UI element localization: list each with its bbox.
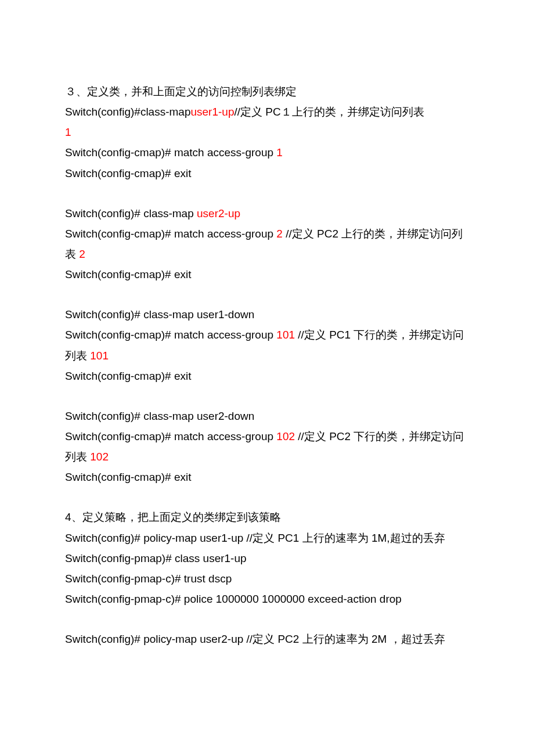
arg-101: 101 — [276, 329, 295, 341]
arg-user2-up: user2-up — [197, 207, 240, 219]
cmd-text: Switch(config-cmap)# match access-group — [65, 228, 276, 240]
cmd-police-1m: Switch(config-pmap-c)# police 1000000 10… — [65, 589, 469, 609]
section-4-block-2: Switch(config)# policy-map user2-up //定义… — [65, 629, 469, 649]
cmd-exit: Switch(config-cmap)# exit — [65, 366, 469, 386]
cmd-exit: Switch(config-cmap)# exit — [65, 264, 469, 285]
arg-list-102: 102 — [90, 451, 109, 463]
cmd-policymap-user1up: Switch(config)# policy-map user1-up //定义… — [65, 528, 469, 548]
cmd-text: Switch(config)# class-map — [65, 207, 197, 219]
section-3-block-4: Switch(config)# class-map user2-down Swi… — [65, 406, 469, 488]
cmd-match-ag-101: Switch(config-cmap)# match access-group … — [65, 325, 469, 365]
section3-title: ３、定义类，并和上面定义的访问控制列表绑定 — [65, 81, 469, 102]
cmd-classmap-user2down: Switch(config)# class-map user2-down — [65, 406, 469, 426]
cmd-classmap-user2up: Switch(config)# class-map user2-up — [65, 203, 469, 224]
cmd-classmap-user1up: Switch(config)#class-mapuser1-up//定义 PC１… — [65, 102, 469, 122]
cmd-text: Switch(config-cmap)# match access-group — [65, 329, 276, 341]
cmd-text: Switch(config-cmap)# match access-group — [65, 146, 276, 159]
arg-102: 102 — [276, 430, 295, 442]
cmd-trust-dscp: Switch(config-pmap-c)# trust dscp — [65, 568, 469, 589]
arg-user1-up: user1-up — [190, 106, 234, 118]
section-3-block-1: ３、定义类，并和上面定义的访问控制列表绑定 Switch(config)#cla… — [65, 81, 469, 183]
arg-1: 1 — [276, 146, 283, 159]
cmd-text: Switch(config-cmap)# match access-group — [65, 430, 276, 442]
comment-text: //定义 PC１上行的类，并绑定访问列表 — [234, 106, 424, 118]
section4-title: 4、定义策略，把上面定义的类绑定到该策略 — [65, 507, 469, 527]
document-page: ３、定义类，并和上面定义的访问控制列表绑定 Switch(config)#cla… — [0, 0, 534, 704]
arg-list-1: 1 — [65, 122, 469, 142]
cmd-match-ag-2: Switch(config-cmap)# match access-group … — [65, 224, 469, 264]
arg-2: 2 — [276, 228, 283, 240]
cmd-policymap-user2up: Switch(config)# policy-map user2-up //定义… — [65, 629, 469, 649]
cmd-class-user1up: Switch(config-pmap)# class user1-up — [65, 548, 469, 568]
cmd-exit: Switch(config-cmap)# exit — [65, 163, 469, 183]
arg-list-2: 2 — [79, 248, 85, 260]
arg-list-101: 101 — [90, 350, 109, 362]
section-4-block-1: 4、定义策略，把上面定义的类绑定到该策略 Switch(config)# pol… — [65, 507, 469, 609]
section-3-block-2: Switch(config)# class-map user2-up Switc… — [65, 203, 469, 285]
cmd-classmap-user1down: Switch(config)# class-map user1-down — [65, 304, 469, 325]
cmd-match-ag-1: Switch(config-cmap)# match access-group … — [65, 142, 469, 163]
cmd-match-ag-102: Switch(config-cmap)# match access-group … — [65, 426, 469, 467]
cmd-text: Switch(config)#class-map — [65, 106, 190, 118]
cmd-exit: Switch(config-cmap)# exit — [65, 467, 469, 487]
section-3-block-3: Switch(config)# class-map user1-down Swi… — [65, 304, 469, 386]
